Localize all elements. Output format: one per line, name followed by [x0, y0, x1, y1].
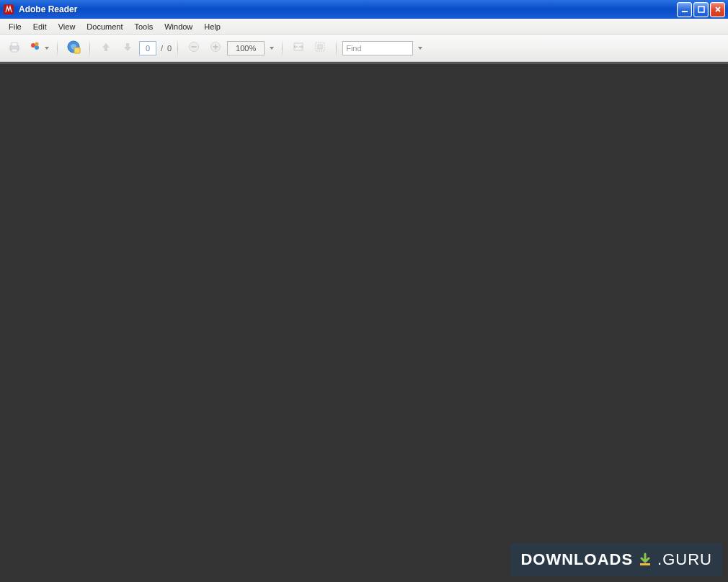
svg-rect-19	[640, 563, 650, 565]
separator	[336, 40, 337, 57]
minimize-button[interactable]	[677, 2, 692, 17]
watermark-text-left: DOWNLOADS	[520, 550, 633, 569]
window-controls	[677, 2, 725, 17]
minus-circle-icon	[188, 41, 200, 55]
collaborate-button[interactable]	[26, 38, 51, 58]
menu-view[interactable]: View	[53, 21, 81, 32]
svg-rect-18	[318, 45, 322, 49]
print-button[interactable]	[4, 38, 25, 58]
separator	[57, 40, 58, 57]
svg-rect-4	[12, 42, 17, 46]
separator	[89, 40, 90, 57]
previous-page-button[interactable]	[96, 38, 116, 58]
window-title: Adobe Reader	[19, 4, 77, 14]
menu-bar: File Edit View Document Tools Window Hel…	[0, 19, 728, 35]
app-icon	[3, 4, 14, 15]
page-separator: /	[161, 44, 163, 53]
upload-pdf-icon	[66, 39, 81, 58]
print-icon	[7, 40, 22, 57]
upload-pdf-button[interactable]	[63, 38, 84, 58]
zoom-value[interactable]: 100%	[227, 41, 265, 55]
title-bar: Adobe Reader	[0, 0, 728, 19]
svg-rect-2	[698, 6, 704, 12]
fit-width-button[interactable]	[288, 38, 308, 58]
maximize-button[interactable]	[693, 2, 709, 17]
download-icon	[637, 552, 653, 568]
zoom-in-button[interactable]	[205, 38, 226, 58]
svg-rect-12	[192, 46, 197, 48]
svg-point-6	[31, 43, 35, 48]
chevron-down-icon	[418, 47, 422, 50]
svg-point-7	[35, 45, 39, 50]
chevron-down-icon	[45, 47, 49, 50]
menu-document[interactable]: Document	[81, 21, 128, 32]
document-area: DOWNLOADS .GURU	[0, 64, 728, 582]
arrow-down-icon	[121, 40, 134, 56]
toolbar: / 0 100%	[0, 35, 728, 62]
chevron-down-icon	[270, 47, 274, 50]
next-page-button[interactable]	[117, 38, 138, 58]
menu-window[interactable]: Window	[159, 21, 198, 32]
menu-edit[interactable]: Edit	[27, 21, 53, 32]
fit-page-icon	[314, 40, 327, 56]
menu-help[interactable]: Help	[198, 21, 226, 32]
fit-page-button[interactable]	[310, 38, 330, 58]
find-dropdown[interactable]	[414, 38, 425, 58]
fit-width-icon	[292, 40, 305, 56]
zoom-dropdown[interactable]	[266, 38, 276, 58]
menu-file[interactable]: File	[3, 21, 27, 32]
svg-rect-10	[74, 48, 80, 53]
separator	[282, 40, 283, 57]
plus-circle-icon	[210, 41, 221, 55]
arrow-up-icon	[99, 40, 112, 56]
svg-rect-15	[215, 44, 216, 49]
watermark-text-right: .GURU	[657, 550, 712, 569]
find-input[interactable]	[346, 44, 409, 53]
svg-point-8	[35, 42, 39, 45]
svg-rect-1	[682, 11, 688, 12]
collaborate-icon	[28, 40, 43, 57]
page-total: 0	[167, 44, 172, 53]
watermark: DOWNLOADS .GURU	[510, 543, 722, 576]
zoom-out-button[interactable]	[184, 38, 204, 58]
find-field[interactable]	[342, 41, 413, 55]
close-button[interactable]	[710, 2, 725, 17]
separator	[177, 40, 178, 57]
page-number-input[interactable]	[139, 41, 156, 55]
svg-rect-0	[4, 4, 14, 14]
menu-tools[interactable]: Tools	[129, 21, 159, 32]
svg-rect-5	[12, 49, 17, 52]
